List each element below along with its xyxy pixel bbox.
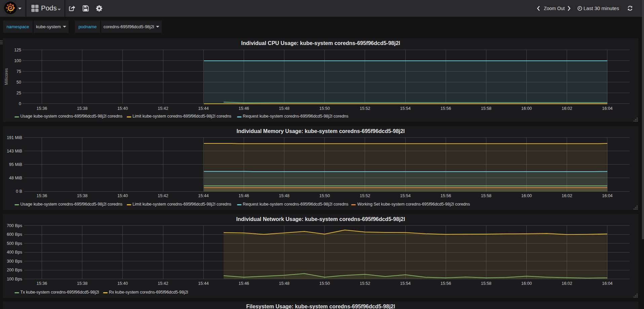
svg-text:143 MiB: 143 MiB: [7, 149, 22, 153]
svg-text:Working Set kube-system coredn: Working Set kube-system coredns-695f96dc…: [357, 202, 470, 207]
svg-text:Individual Network Usage: kube: Individual Network Usage: kube-system co…: [236, 216, 405, 222]
svg-text:0 B: 0 B: [16, 189, 22, 194]
svg-text:Request kube-system coredns-69: Request kube-system coredns-695f96dcd5-9…: [243, 202, 348, 207]
svg-text:15:56: 15:56: [441, 106, 451, 111]
svg-text:15:40: 15:40: [117, 281, 128, 286]
svg-text:125: 125: [14, 48, 21, 52]
svg-text:15:48: 15:48: [279, 106, 289, 111]
svg-text:15:46: 15:46: [239, 193, 249, 198]
svg-text:16:04: 16:04: [602, 106, 612, 111]
svg-text:15:50: 15:50: [319, 193, 330, 198]
svg-text:75: 75: [16, 69, 21, 74]
svg-text:15:50: 15:50: [319, 106, 330, 111]
svg-text:15:48: 15:48: [279, 193, 289, 198]
svg-text:15:38: 15:38: [77, 281, 87, 286]
svg-text:Individual Memory Usage: kube-: Individual Memory Usage: kube-system cor…: [237, 128, 405, 134]
svg-text:16:04: 16:04: [602, 281, 612, 286]
svg-text:16:02: 16:02: [562, 193, 572, 198]
svg-text:15:36: 15:36: [37, 281, 47, 286]
svg-text:0: 0: [19, 101, 21, 106]
svg-text:500 Bps: 500 Bps: [7, 241, 22, 246]
svg-text:300 Bps: 300 Bps: [7, 259, 22, 264]
svg-text:15:52: 15:52: [360, 106, 370, 111]
svg-text:Limit kube-system coredns-695f: Limit kube-system coredns-695f96dcd5-98j…: [132, 202, 231, 207]
svg-text:Usage kube-system coredns-695f: Usage kube-system coredns-695f96dcd5-98j…: [20, 114, 122, 119]
svg-text:15:52: 15:52: [360, 193, 370, 198]
svg-text:15:50: 15:50: [319, 281, 330, 286]
svg-text:15:58: 15:58: [481, 281, 491, 286]
svg-text:15:38: 15:38: [77, 193, 87, 198]
svg-text:400 Bps: 400 Bps: [7, 250, 22, 255]
svg-text:15:42: 15:42: [158, 106, 168, 111]
svg-text:Millicores: Millicores: [4, 68, 9, 85]
svg-text:Filesystem Usage: kube-system: Filesystem Usage: kube-system coredns-69…: [246, 304, 395, 309]
svg-text:16:00: 16:00: [521, 281, 532, 286]
svg-text:Limit kube-system coredns-695f: Limit kube-system coredns-695f96dcd5-98j…: [132, 114, 231, 119]
svg-text:15:58: 15:58: [481, 193, 491, 198]
svg-text:15:58: 15:58: [481, 106, 491, 111]
svg-text:16:00: 16:00: [521, 106, 532, 111]
svg-text:15:36: 15:36: [37, 193, 47, 198]
svg-text:15:46: 15:46: [239, 106, 249, 111]
svg-text:191 MiB: 191 MiB: [7, 135, 22, 140]
svg-text:Tx kube-system coredns-695f96d: Tx kube-system coredns-695f96dcd5-98j2l: [20, 290, 99, 295]
svg-text:15:56: 15:56: [441, 281, 451, 286]
svg-text:Rx kube-system coredns-695f96d: Rx kube-system coredns-695f96dcd5-98j2l: [109, 290, 188, 295]
svg-text:16:02: 16:02: [562, 106, 572, 111]
svg-text:15:54: 15:54: [400, 193, 410, 198]
svg-text:16:00: 16:00: [521, 193, 532, 198]
svg-text:200 Bps: 200 Bps: [7, 268, 22, 272]
svg-text:600 Bps: 600 Bps: [7, 232, 22, 237]
svg-text:15:44: 15:44: [198, 281, 209, 286]
svg-text:100 Bps: 100 Bps: [7, 277, 22, 281]
svg-text:25: 25: [16, 91, 21, 95]
svg-text:15:42: 15:42: [158, 193, 168, 198]
svg-text:16:04: 16:04: [602, 193, 612, 198]
svg-text:Request kube-system coredns-69: Request kube-system coredns-695f96dcd5-9…: [243, 114, 348, 119]
svg-text:15:44: 15:44: [198, 193, 209, 198]
svg-text:15:52: 15:52: [360, 281, 370, 286]
svg-text:700 Bps: 700 Bps: [7, 223, 22, 228]
svg-text:Individual CPU Usage: kube-sys: Individual CPU Usage: kube-system coredn…: [241, 40, 400, 46]
svg-text:15:40: 15:40: [117, 106, 128, 111]
svg-text:15:36: 15:36: [37, 106, 47, 111]
svg-text:15:40: 15:40: [117, 193, 128, 198]
svg-text:15:38: 15:38: [77, 106, 87, 111]
svg-text:15:54: 15:54: [400, 106, 410, 111]
svg-text:15:54: 15:54: [400, 281, 410, 286]
svg-text:48 MiB: 48 MiB: [9, 176, 22, 180]
svg-text:15:48: 15:48: [279, 281, 289, 286]
svg-text:Usage kube-system coredns-695f: Usage kube-system coredns-695f96dcd5-98j…: [20, 202, 122, 207]
svg-text:50: 50: [16, 80, 21, 85]
svg-text:16:02: 16:02: [562, 281, 572, 286]
svg-text:100: 100: [14, 58, 21, 63]
svg-text:95 MiB: 95 MiB: [9, 162, 22, 167]
svg-text:15:42: 15:42: [158, 281, 168, 286]
svg-text:15:44: 15:44: [198, 106, 209, 111]
svg-text:15:46: 15:46: [239, 281, 249, 286]
svg-text:15:56: 15:56: [441, 193, 451, 198]
